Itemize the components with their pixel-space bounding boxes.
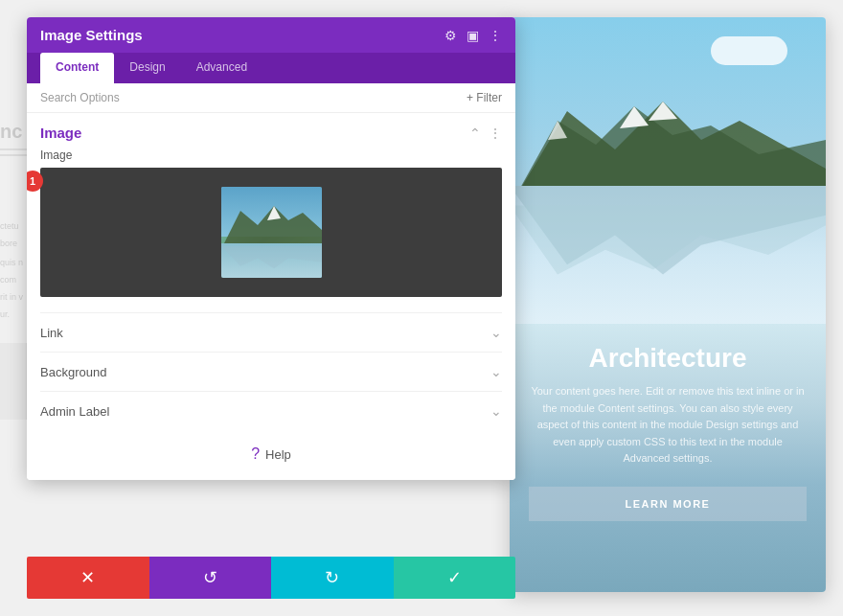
section-header-icons: ⌃ ⋮ <box>469 125 502 141</box>
link-label: Link <box>40 326 63 340</box>
preview-image <box>510 17 826 324</box>
help-label: Help <box>265 447 291 462</box>
preview-title: Architecture <box>589 343 747 374</box>
learn-more-button[interactable]: LEARN MORE <box>529 487 807 521</box>
panel-body: Image ⌃ ⋮ Image 1 <box>27 113 515 480</box>
preview-content: Architecture Your content goes here. Edi… <box>510 324 826 592</box>
background-label: Background <box>40 365 106 379</box>
image-section-title: Image <box>40 125 81 141</box>
more-icon[interactable]: ⋮ <box>489 28 502 43</box>
tab-design[interactable]: Design <box>114 53 180 83</box>
search-options-label: Search Options <box>40 91 120 104</box>
panel-header: Image Settings ⚙ ▣ ⋮ <box>27 17 515 53</box>
image-field-label: Image <box>40 148 502 162</box>
panel-tabs: Content Design Advanced <box>27 53 515 83</box>
save-button[interactable]: ✓ <box>394 557 516 599</box>
help-area[interactable]: ? Help <box>40 430 502 470</box>
svg-marker-3 <box>649 102 677 121</box>
section-more-icon[interactable]: ⋮ <box>489 125 502 141</box>
redo-button[interactable]: ↻ <box>271 557 394 599</box>
image-thumbnail <box>221 187 322 278</box>
background-section[interactable]: Background ⌄ <box>40 352 502 391</box>
settings-panel: Image Settings ⚙ ▣ ⋮ Content Design Adva… <box>27 17 515 480</box>
link-section[interactable]: Link ⌄ <box>40 312 502 352</box>
undo-button[interactable]: ↺ <box>149 557 272 599</box>
svg-marker-9 <box>221 246 322 268</box>
header-icons: ⚙ ▣ ⋮ <box>444 28 502 43</box>
admin-label-section[interactable]: Admin Label ⌄ <box>40 391 502 430</box>
preview-panel: Architecture Your content goes here. Edi… <box>510 17 826 592</box>
image-section-header: Image ⌃ ⋮ <box>40 113 502 148</box>
cancel-button[interactable]: ✕ <box>27 557 149 599</box>
layout-icon[interactable]: ▣ <box>467 28 479 43</box>
bottom-toolbar: ✕ ↺ ↻ ✓ <box>27 557 515 599</box>
tab-advanced[interactable]: Advanced <box>181 53 262 83</box>
settings-icon[interactable]: ⚙ <box>444 28 457 43</box>
help-icon: ? <box>251 445 260 463</box>
search-bar: Search Options + Filter <box>27 83 515 113</box>
admin-chevron-icon: ⌄ <box>490 403 502 419</box>
collapse-icon[interactable]: ⌃ <box>469 125 481 141</box>
filter-button[interactable]: + Filter <box>467 91 502 104</box>
background-chevron-icon: ⌄ <box>490 364 502 379</box>
admin-label-text: Admin Label <box>40 404 109 419</box>
panel-title: Image Settings <box>40 27 143 43</box>
tab-content[interactable]: Content <box>40 53 114 83</box>
preview-description: Your content goes here. Edit or remove t… <box>529 383 807 468</box>
link-chevron-icon: ⌄ <box>490 325 502 340</box>
image-upload-area[interactable] <box>40 168 502 297</box>
